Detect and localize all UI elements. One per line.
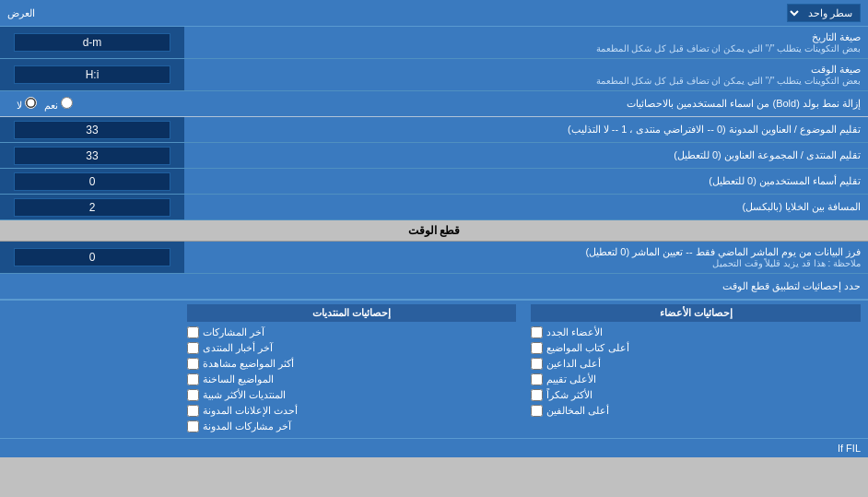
member-item-4: الأكثر شكراً bbox=[531, 387, 861, 403]
username-trim-label: تقليم أسماء المستخدمين (0 للتعطيل) bbox=[192, 175, 861, 187]
col-members: إحصائيات الأعضاء الأعضاء الجدد أعلى كتاب… bbox=[523, 304, 868, 434]
cutoff-days-sub: ملاحظة : هذا قد يزيد قليلاً وقت التحميل bbox=[192, 258, 861, 268]
cell-gap-row: المسافة بين الخلايا (بالبكسل) bbox=[0, 195, 868, 220]
cell-gap-label: المسافة بين الخلايا (بالبكسل) bbox=[192, 201, 861, 213]
member-item-5: أعلى المخالفين bbox=[531, 403, 861, 419]
time-format-sub: بعض التكوينات يتطلب "/" التي يمكن ان تضا… bbox=[192, 76, 861, 86]
title-label: العرض bbox=[7, 7, 35, 19]
stats-limit-row: حدد إحصائيات لتطبيق قطع الوقت bbox=[0, 274, 868, 300]
date-format-input-area bbox=[0, 27, 184, 58]
topic-forum-trim-label-area: تقليم الموضوع / العناوين المدونة (0 -- ا… bbox=[184, 117, 868, 142]
bold-remove-yes-radio[interactable] bbox=[61, 97, 73, 109]
cell-gap-input-area bbox=[0, 195, 184, 219]
topic-forum-trim-input-area bbox=[0, 117, 184, 142]
member-item-0: الأعضاء الجدد bbox=[531, 325, 861, 340]
forum-group-trim-label-area: تقليم المنتدى / المجموعة العناوين (0 للت… bbox=[184, 143, 868, 168]
date-format-input[interactable] bbox=[14, 33, 170, 52]
time-format-input[interactable] bbox=[14, 65, 170, 84]
forum-group-trim-input[interactable] bbox=[14, 147, 170, 165]
topic-forum-trim-input[interactable] bbox=[14, 121, 170, 139]
cell-gap-input[interactable] bbox=[14, 198, 170, 217]
post-checkbox-6[interactable] bbox=[187, 420, 199, 432]
forum-group-trim-label: تقليم المنتدى / المجموعة العناوين (0 للت… bbox=[192, 149, 861, 161]
member-item-3: الأعلى تقييم bbox=[531, 372, 861, 387]
post-checkbox-3[interactable] bbox=[187, 373, 199, 385]
bottom-label: If FIL bbox=[0, 438, 868, 457]
topic-forum-trim-row: تقليم الموضوع / العناوين المدونة (0 -- ا… bbox=[0, 117, 868, 143]
main-container: سطر واحدسطرانثلاثة أسطر العرض صيغة التار… bbox=[0, 0, 868, 457]
bold-remove-no-radio[interactable] bbox=[25, 97, 37, 109]
col-empty bbox=[0, 304, 180, 434]
post-item-4: المنتديات الأكثر شبية bbox=[187, 387, 517, 403]
member-item-2: أعلى الداعين bbox=[531, 356, 861, 372]
single-line-select[interactable]: سطر واحدسطرانثلاثة أسطر bbox=[787, 4, 861, 22]
stats-limit-label: حدد إحصائيات لتطبيق قطع الوقت bbox=[7, 280, 861, 292]
post-checkbox-0[interactable] bbox=[187, 326, 199, 338]
post-item-1: آخر أخبار المنتدى bbox=[187, 340, 517, 356]
username-trim-label-area: تقليم أسماء المستخدمين (0 للتعطيل) bbox=[184, 169, 868, 194]
time-format-label: صيغة الوقت bbox=[192, 64, 861, 76]
member-checkbox-5[interactable] bbox=[531, 405, 543, 417]
post-item-6: آخر مشاركات المدونة bbox=[187, 419, 517, 434]
member-checkbox-3[interactable] bbox=[531, 373, 543, 385]
col-members-header: إحصائيات الأعضاء bbox=[531, 304, 861, 322]
bold-remove-radio-group: نعم لا bbox=[7, 97, 73, 112]
bold-remove-no-label: لا bbox=[17, 97, 37, 112]
col-posts-header: إحصائيات المنتديات bbox=[187, 304, 517, 322]
username-trim-row: تقليم أسماء المستخدمين (0 للتعطيل) bbox=[0, 169, 868, 195]
cutoff-days-label-area: فرز البيانات من يوم الماشر الماضي فقط --… bbox=[184, 242, 868, 273]
cutoff-days-input-area bbox=[0, 242, 184, 273]
post-item-5: أحدث الإعلانات المدونة bbox=[187, 403, 517, 419]
date-format-label-area: صيغة التاريخ بعض التكوينات يتطلب "/" الت… bbox=[184, 27, 868, 58]
post-checkbox-1[interactable] bbox=[187, 342, 199, 354]
post-checkbox-4[interactable] bbox=[187, 389, 199, 401]
member-checkbox-4[interactable] bbox=[531, 389, 543, 401]
forum-group-trim-input-area bbox=[0, 143, 184, 168]
cell-gap-label-area: المسافة بين الخلايا (بالبكسل) bbox=[184, 195, 868, 219]
cutoff-days-label: فرز البيانات من يوم الماشر الماضي فقط --… bbox=[192, 246, 861, 258]
checkbox-section: إحصائيات الأعضاء الأعضاء الجدد أعلى كتاب… bbox=[0, 300, 868, 438]
post-item-3: المواضيع الساخنة bbox=[187, 372, 517, 387]
cutoff-section-header: قطع الوقت bbox=[0, 220, 868, 242]
post-checkbox-2[interactable] bbox=[187, 358, 199, 370]
cutoff-days-input[interactable] bbox=[14, 248, 170, 266]
bold-remove-label: إزالة نمط بولد (Bold) من اسماء المستخدمي… bbox=[73, 98, 861, 110]
username-trim-input-area bbox=[0, 169, 184, 194]
member-checkbox-2[interactable] bbox=[531, 358, 543, 370]
forum-group-trim-row: تقليم المنتدى / المجموعة العناوين (0 للت… bbox=[0, 143, 868, 169]
time-format-input-area bbox=[0, 59, 184, 90]
header-row: سطر واحدسطرانثلاثة أسطر العرض bbox=[0, 0, 868, 27]
bold-remove-yes-label: نعم bbox=[44, 97, 73, 112]
post-item-0: آخر المشاركات bbox=[187, 325, 517, 340]
cutoff-days-row: فرز البيانات من يوم الماشر الماضي فقط --… bbox=[0, 242, 868, 274]
col-posts: إحصائيات المنتديات آخر المشاركات آخر أخب… bbox=[180, 304, 524, 434]
member-item-1: أعلى كتاب المواضيع bbox=[531, 340, 861, 356]
post-item-2: أكثر المواضيع مشاهدة bbox=[187, 356, 517, 372]
date-format-label: صيغة التاريخ bbox=[192, 31, 861, 43]
date-format-row: صيغة التاريخ بعض التكوينات يتطلب "/" الت… bbox=[0, 27, 868, 59]
time-format-row: صيغة الوقت بعض التكوينات يتطلب "/" التي … bbox=[0, 59, 868, 91]
member-checkbox-1[interactable] bbox=[531, 342, 543, 354]
username-trim-input[interactable] bbox=[14, 172, 170, 191]
time-format-label-area: صيغة الوقت بعض التكوينات يتطلب "/" التي … bbox=[184, 59, 868, 90]
member-checkbox-0[interactable] bbox=[531, 326, 543, 338]
topic-forum-trim-label: تقليم الموضوع / العناوين المدونة (0 -- ا… bbox=[192, 124, 861, 136]
date-format-sub: بعض التكوينات يتطلب "/" التي يمكن ان تضا… bbox=[192, 43, 861, 53]
post-checkbox-5[interactable] bbox=[187, 405, 199, 417]
bold-remove-row: إزالة نمط بولد (Bold) من اسماء المستخدمي… bbox=[0, 91, 868, 117]
